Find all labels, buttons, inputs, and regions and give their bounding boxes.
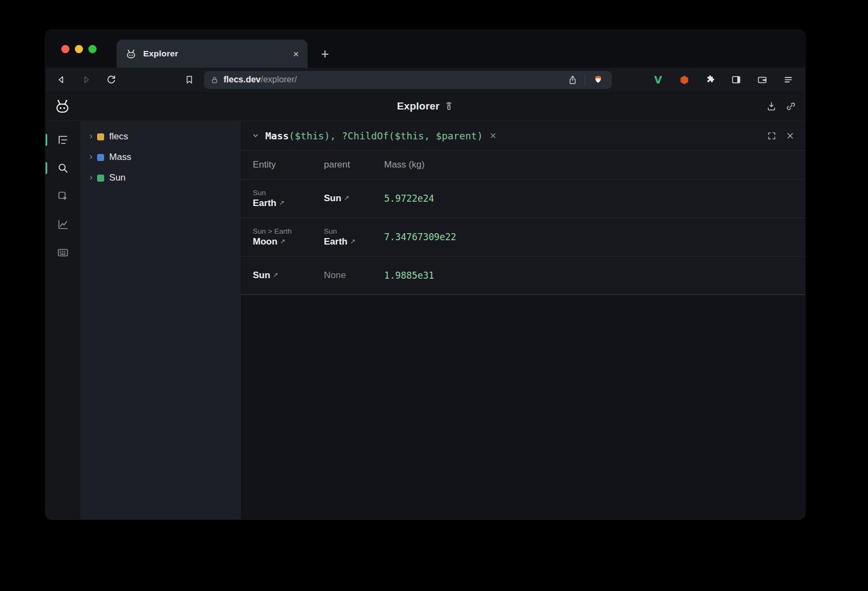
browser-tab[interactable]: Explorer ×	[117, 40, 308, 68]
puzzle-icon	[705, 74, 716, 85]
query-term: Mass	[265, 130, 289, 142]
query-token: ,	[424, 130, 436, 142]
query-clear-button[interactable]: ×	[490, 130, 496, 141]
browser-menu-button[interactable]	[779, 70, 797, 89]
column-parent: parent	[324, 159, 384, 170]
entity-color-swatch	[97, 133, 104, 140]
close-panel-icon[interactable]	[786, 131, 795, 140]
entity-cell: Sun↗	[253, 262, 324, 288]
new-tab-button[interactable]: +	[316, 45, 334, 62]
goto-arrow-icon: ↗	[344, 194, 349, 202]
fullscreen-icon[interactable]	[767, 131, 776, 140]
tree-item-sun[interactable]: › Sun	[80, 168, 241, 188]
results-table: Entity parent Mass (kg) Sun Earth↗ Sun↗ …	[241, 151, 805, 295]
query-search-button[interactable]	[56, 161, 70, 175]
entity-name: Earth	[253, 198, 276, 208]
vue-devtools-extension-button[interactable]: V	[649, 70, 667, 89]
parent-name: Sun	[324, 193, 341, 203]
tab-close-icon[interactable]: ×	[293, 49, 299, 59]
column-mass: Mass (kg)	[384, 159, 805, 170]
url-text: flecs.dev/explorer/	[224, 75, 297, 85]
reload-icon	[106, 74, 117, 85]
flecs-favicon-icon	[125, 48, 137, 60]
sidebar-toggle-button[interactable]	[727, 70, 745, 89]
tree-item-label: Mass	[109, 152, 131, 163]
url-domain: flecs.dev	[224, 75, 260, 84]
parent-link[interactable]: Sun↗	[324, 193, 384, 204]
hexagon-icon	[679, 74, 690, 86]
page-content: › flecs › Mass › Sun Mass($this), ?Ch	[46, 121, 805, 519]
reload-button[interactable]	[102, 70, 120, 89]
brave-shield-button[interactable]	[590, 75, 605, 85]
query-token: ),	[324, 130, 342, 142]
window-close-button[interactable]	[61, 45, 69, 53]
flecs-logo-icon	[54, 98, 71, 115]
results-empty-area	[241, 295, 805, 519]
icon-rail	[46, 121, 80, 519]
urlbar-divider	[585, 74, 585, 85]
parent-link[interactable]: Earth↗	[324, 236, 384, 247]
entity-link[interactable]: Sun↗	[253, 270, 324, 281]
download-button[interactable]	[764, 99, 779, 114]
share-icon	[567, 75, 578, 85]
goto-arrow-icon: ↗	[279, 199, 284, 207]
mass-value: 1.9885e31	[384, 270, 805, 281]
goto-arrow-icon: ↗	[350, 237, 355, 245]
remote-connection-icon[interactable]	[444, 101, 454, 111]
entity-color-swatch	[97, 154, 104, 161]
window-minimize-button[interactable]	[75, 45, 83, 53]
bookmark-button[interactable]	[180, 70, 199, 89]
entity-name: Sun	[253, 270, 270, 280]
entity-path: Sun	[253, 189, 324, 197]
collapse-chevron-icon[interactable]	[251, 131, 260, 140]
window-zoom-button[interactable]	[88, 45, 97, 53]
metamask-extension-button[interactable]	[675, 70, 693, 89]
parent-none: None	[324, 270, 384, 281]
expand-chevron-icon[interactable]: ›	[90, 173, 92, 182]
tree-item-mass[interactable]: › Mass	[80, 147, 241, 168]
wallet-icon	[757, 74, 768, 85]
inspect-button[interactable]	[56, 189, 70, 203]
tree-item-flecs[interactable]: › flecs	[80, 126, 241, 147]
rail-active-indicator	[46, 134, 47, 146]
page-header: Explorer	[46, 92, 805, 121]
share-button[interactable]	[565, 75, 580, 85]
query-variable: $parent	[436, 130, 477, 142]
header-actions	[764, 99, 799, 114]
query-header-actions	[767, 131, 795, 140]
parent-cell: Sun↗	[324, 185, 384, 211]
expand-chevron-icon[interactable]: ›	[90, 132, 92, 140]
wallet-button[interactable]	[753, 70, 771, 89]
console-button[interactable]	[56, 246, 70, 260]
entity-link[interactable]: Earth↗	[253, 198, 324, 209]
url-bar[interactable]: flecs.dev/explorer/	[204, 71, 612, 89]
parent-cell: None	[324, 262, 384, 288]
query-token: (	[289, 130, 295, 142]
stats-button[interactable]	[56, 217, 70, 232]
query-variable: $this	[295, 130, 324, 142]
entity-link[interactable]: Moon↗	[253, 236, 324, 247]
url-path: /explorer/	[260, 75, 297, 84]
download-icon	[766, 101, 777, 112]
extensions-button[interactable]	[701, 70, 719, 89]
menu-icon	[783, 74, 794, 85]
copy-link-button[interactable]	[783, 99, 799, 114]
chart-line-icon	[56, 218, 69, 231]
tree-icon	[56, 133, 69, 146]
page-title: Explorer	[397, 100, 440, 112]
query-input[interactable]: Mass($this), ?ChildOf($this, $parent)	[265, 130, 483, 142]
forward-button[interactable]	[77, 70, 95, 89]
parent-cell: Sun Earth↗	[324, 224, 384, 250]
parent-path: Sun	[324, 227, 384, 235]
expand-chevron-icon[interactable]: ›	[90, 152, 92, 161]
back-button[interactable]	[52, 70, 71, 89]
mass-cell: 7.34767309e22	[384, 224, 805, 250]
keyboard-icon	[56, 246, 69, 259]
back-icon	[56, 74, 67, 85]
vue-icon: V	[654, 74, 662, 86]
entities-tree-button[interactable]	[56, 133, 70, 147]
forward-icon	[81, 74, 92, 85]
entity-name: Moon	[253, 236, 277, 247]
rail-active-indicator	[46, 162, 47, 174]
page-title-wrap: Explorer	[397, 100, 454, 112]
